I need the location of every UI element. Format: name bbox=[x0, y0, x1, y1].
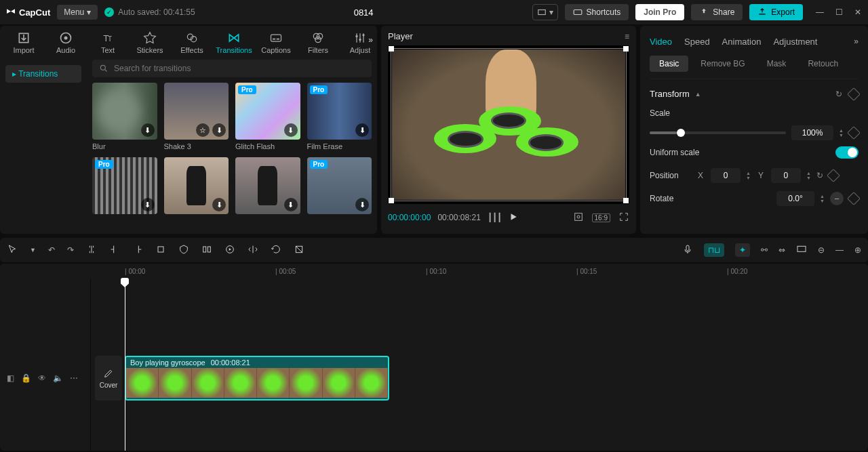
rotate-icon[interactable] bbox=[271, 244, 281, 257]
favorite-icon[interactable]: ☆ bbox=[196, 123, 210, 137]
download-icon[interactable]: ⬇ bbox=[355, 123, 369, 137]
freeze-icon[interactable] bbox=[294, 244, 304, 257]
player-viewport[interactable] bbox=[388, 45, 629, 204]
playhead[interactable] bbox=[125, 279, 125, 451]
collapse-icon[interactable]: ▲ bbox=[695, 91, 701, 98]
fullscreen-icon[interactable] bbox=[618, 211, 629, 224]
insp-tab-animation[interactable]: Animation bbox=[722, 37, 762, 47]
selection-frame[interactable] bbox=[391, 48, 627, 201]
tab-audio[interactable]: Audio bbox=[45, 31, 87, 54]
eye-icon[interactable]: 👁 bbox=[38, 373, 46, 383]
minimize-button[interactable]: — bbox=[815, 7, 825, 17]
card-row2-1[interactable]: Pro⬇ bbox=[92, 157, 157, 214]
position-y-value[interactable]: 0 bbox=[771, 168, 801, 183]
keyframe-icon[interactable] bbox=[847, 87, 861, 101]
tracks-area[interactable]: ◧ 🔒 👁 🔈 ⋯ Cover Boy playing gyroscope 00… bbox=[0, 279, 868, 451]
play-button[interactable] bbox=[509, 212, 518, 224]
tab-filters[interactable]: Filters bbox=[297, 31, 339, 54]
tab-text[interactable]: TTText bbox=[87, 31, 129, 54]
link-icon[interactable]: ⚯ bbox=[761, 245, 768, 255]
project-name[interactable]: 0814 bbox=[354, 7, 374, 18]
card-blur[interactable]: ⬇Blur bbox=[92, 83, 157, 150]
canvas-aspect-button[interactable]: ▾ bbox=[532, 4, 558, 20]
compare-icon[interactable]: ┃┃┃ bbox=[488, 213, 502, 222]
pos-reset-icon[interactable]: ↻ bbox=[816, 171, 823, 180]
card-glitch-flash[interactable]: Pro⬇Glitch Flash bbox=[235, 83, 300, 150]
share-button[interactable]: Share bbox=[691, 4, 743, 20]
mask-tool-icon[interactable] bbox=[178, 244, 189, 257]
align-icon[interactable]: ⇔ bbox=[778, 245, 785, 255]
player-menu-icon[interactable]: ≡ bbox=[625, 32, 629, 41]
rotate-stepper[interactable]: ▲▼ bbox=[820, 194, 825, 203]
video-clip[interactable]: Boy playing gyroscope 00:00:08:21 bbox=[125, 356, 389, 400]
join-pro-button[interactable]: Join Pro bbox=[635, 4, 684, 20]
magnet-main-icon[interactable]: ⊓⊔ bbox=[704, 243, 724, 257]
search-input[interactable] bbox=[114, 64, 365, 73]
insp-tab-adjustment[interactable]: Adjustment bbox=[773, 37, 817, 47]
delete-right-icon[interactable] bbox=[132, 244, 143, 257]
card-film-erase[interactable]: Pro⬇Film Erase bbox=[307, 83, 372, 150]
tab-effects[interactable]: Effects bbox=[171, 31, 213, 54]
subtab-mask[interactable]: Mask bbox=[757, 56, 796, 72]
tab-adjust[interactable]: Adjust bbox=[339, 31, 381, 54]
redo-icon[interactable]: ↷ bbox=[67, 245, 74, 255]
reset-icon[interactable]: ↻ bbox=[835, 89, 842, 99]
flip-icon[interactable] bbox=[248, 244, 258, 257]
insp-tab-speed[interactable]: Speed bbox=[684, 37, 710, 47]
card-row2-4[interactable]: Pro⬇ bbox=[307, 157, 372, 214]
cover-button[interactable]: Cover bbox=[95, 356, 122, 400]
rotate-keyframe[interactable] bbox=[847, 192, 861, 205]
scale-fit-icon[interactable] bbox=[573, 211, 584, 224]
pointer-tool-icon[interactable] bbox=[7, 244, 18, 257]
download-icon[interactable]: ⬇ bbox=[141, 123, 155, 137]
shortcuts-button[interactable]: Shortcuts bbox=[565, 4, 629, 20]
mirror-h-icon[interactable] bbox=[201, 244, 212, 257]
export-button[interactable]: Export bbox=[749, 4, 803, 20]
split-icon[interactable] bbox=[86, 244, 97, 257]
search-input-wrap[interactable] bbox=[92, 60, 372, 77]
pointer-dropdown-icon[interactable]: ▼ bbox=[30, 247, 36, 253]
tab-stickers[interactable]: Stickers bbox=[129, 31, 171, 54]
aspect-ratio-label[interactable]: 16:9 bbox=[592, 213, 610, 222]
mic-icon[interactable] bbox=[682, 244, 693, 257]
crop-icon[interactable] bbox=[155, 244, 166, 257]
card-row2-2[interactable]: ⬇ bbox=[164, 157, 229, 214]
scale-stepper[interactable]: ▲▼ bbox=[839, 129, 844, 138]
download-icon[interactable]: ⬇ bbox=[355, 198, 369, 211]
magnet-auto-icon[interactable]: ✦ bbox=[735, 243, 750, 257]
scale-value[interactable]: 100% bbox=[791, 125, 833, 140]
tab-transitions[interactable]: Transitions bbox=[213, 31, 255, 54]
tab-import[interactable]: Import bbox=[3, 31, 45, 54]
insp-tab-video[interactable]: Video bbox=[650, 37, 672, 47]
time-ruler[interactable]: | 00:00 | 00:05 | 00:10 | 00:15 | 00:20 bbox=[0, 264, 868, 279]
insp-tabs-more-icon[interactable]: » bbox=[854, 37, 859, 46]
media-tabs-more-icon[interactable]: » bbox=[368, 35, 373, 45]
sidenav-transitions[interactable]: ▸ Transitions bbox=[5, 65, 81, 83]
zoom-slider-icon[interactable]: — bbox=[835, 245, 844, 255]
rotate-value[interactable]: 0.0° bbox=[776, 191, 814, 206]
download-icon[interactable]: ⬇ bbox=[212, 198, 226, 211]
zoom-out-icon[interactable]: ⊖ bbox=[818, 245, 825, 255]
card-row2-3[interactable]: ⬇ bbox=[235, 157, 300, 214]
track-more-icon[interactable]: ⋯ bbox=[70, 373, 78, 383]
reverse-icon[interactable] bbox=[224, 244, 235, 257]
track-toggle-icon[interactable]: ◧ bbox=[7, 373, 14, 383]
close-button[interactable]: ✕ bbox=[853, 7, 863, 17]
undo-icon[interactable]: ↶ bbox=[48, 245, 55, 255]
download-icon[interactable]: ⬇ bbox=[284, 198, 298, 211]
download-icon[interactable]: ⬇ bbox=[141, 198, 155, 211]
subtab-removebg[interactable]: Remove BG bbox=[691, 56, 754, 72]
section-transform[interactable]: Transform ▲ ↻ bbox=[640, 82, 868, 102]
subtab-retouch[interactable]: Retouch bbox=[798, 56, 848, 72]
maximize-button[interactable]: ☐ bbox=[834, 7, 844, 17]
subtab-basic[interactable]: Basic bbox=[650, 56, 688, 72]
download-icon[interactable]: ⬇ bbox=[212, 123, 226, 137]
rotate-minus[interactable]: − bbox=[830, 192, 844, 205]
preview-render-icon[interactable] bbox=[796, 244, 807, 257]
tab-captions[interactable]: Captions bbox=[255, 31, 297, 54]
mute-icon[interactable]: 🔈 bbox=[53, 373, 63, 383]
download-icon[interactable]: ⬇ bbox=[284, 123, 298, 137]
x-stepper[interactable]: ▲▼ bbox=[746, 171, 751, 180]
scale-keyframe[interactable] bbox=[847, 126, 861, 140]
zoom-in-icon[interactable]: ⊕ bbox=[854, 245, 861, 255]
